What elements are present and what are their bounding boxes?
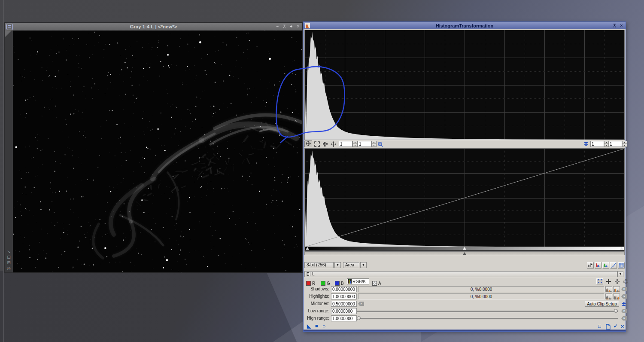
shadows-clip-icon[interactable] bbox=[605, 286, 612, 292]
chevron-down-icon[interactable]: ▼ bbox=[617, 271, 623, 277]
shade-button[interactable]: ⊼ bbox=[612, 23, 617, 29]
track-view-icon[interactable]: ✓ bbox=[614, 323, 618, 329]
blue-swatch-icon bbox=[335, 281, 340, 286]
low-range-slider[interactable] bbox=[357, 311, 618, 312]
chevron-down-icon[interactable]: ▼ bbox=[334, 262, 341, 268]
image-view-veil-nebula[interactable] bbox=[13, 31, 302, 272]
red-swatch-icon bbox=[306, 281, 311, 286]
spin-down-button[interactable]: ▼ bbox=[371, 144, 377, 147]
highlights-input[interactable] bbox=[331, 293, 357, 299]
shadow-highlight-gradient-bar[interactable] bbox=[305, 247, 624, 250]
source-histogram-panel[interactable] bbox=[304, 30, 625, 140]
spin-up-button[interactable]: ▲ bbox=[622, 141, 627, 144]
spin-down-button[interactable]: ▼ bbox=[622, 144, 627, 147]
target-histogram-panel[interactable] bbox=[304, 148, 625, 251]
auto-clip-setup-button[interactable]: Auto Clip Setup bbox=[585, 301, 619, 307]
high-range-slider[interactable] bbox=[357, 318, 618, 319]
pixinsight-desktop: { "desktop": { "base_color": "#47474b", … bbox=[0, 0, 644, 342]
zoom-magnifier-icon[interactable] bbox=[377, 141, 384, 147]
horizontal-zoom-spin: ▲▼ bbox=[339, 141, 358, 147]
dialog-titlebar[interactable]: HistogramTransformation ⊼ × bbox=[304, 22, 626, 29]
view-selector-strip: ↘ ⊡ ⊞ ◎ bbox=[5, 31, 13, 272]
show-overlay-icon[interactable] bbox=[602, 262, 609, 269]
show-raw-rgb-icon[interactable] bbox=[595, 262, 601, 269]
reset-dialog-icon[interactable]: × bbox=[621, 323, 624, 330]
high-range-input[interactable] bbox=[331, 315, 357, 321]
highlights-marker[interactable] bbox=[620, 247, 623, 250]
realtime-preview-icon[interactable]: ○ bbox=[322, 323, 325, 329]
show-curve-icon[interactable] bbox=[610, 262, 617, 269]
high-range-thumb[interactable] bbox=[357, 316, 361, 320]
chevron-down-icon[interactable]: ▼ bbox=[360, 262, 367, 268]
toggle-log-icon[interactable] bbox=[587, 262, 594, 269]
plot-mode-value: Area bbox=[343, 262, 359, 268]
zoom-button[interactable]: + bbox=[289, 24, 294, 30]
expand-panel-icon[interactable] bbox=[621, 302, 626, 306]
view-selector-row: L ▼ bbox=[304, 271, 626, 278]
reset-icon[interactable]: × bbox=[621, 294, 627, 299]
zoom-in-mode-icon[interactable] bbox=[313, 141, 321, 147]
spin-up-button[interactable]: ▲ bbox=[371, 141, 377, 144]
shade-button[interactable]: ⊼ bbox=[282, 24, 287, 30]
close-button[interactable]: × bbox=[295, 24, 301, 30]
dialog-bottom-edge bbox=[304, 330, 626, 331]
corner-fold[interactable] bbox=[5, 31, 12, 37]
center-icon[interactable]: ◎ bbox=[7, 266, 11, 271]
reset-icon[interactable]: × bbox=[621, 309, 627, 313]
histogram-icon bbox=[305, 23, 310, 28]
cross3-icon[interactable] bbox=[622, 279, 629, 284]
image-window-title: Gray 1:4 L | <*new*> bbox=[5, 24, 302, 29]
channel-rgbk-toggle[interactable]: RGB/K bbox=[347, 278, 369, 284]
low-range-input[interactable] bbox=[331, 308, 357, 314]
plot-mode-combo[interactable]: Area ▼ bbox=[343, 262, 367, 268]
pick-mode-icon[interactable] bbox=[596, 278, 603, 284]
reset-icon[interactable]: × bbox=[621, 287, 627, 291]
pan-mode-icon[interactable] bbox=[330, 141, 337, 147]
reset-icon[interactable]: × bbox=[358, 302, 364, 306]
dialog-title: HistogramTransformation bbox=[304, 23, 626, 28]
spin-up-button[interactable]: ▲ bbox=[352, 141, 358, 144]
output-vertical-zoom-input[interactable] bbox=[608, 141, 622, 147]
reset-icon[interactable]: × bbox=[621, 316, 627, 321]
midtones-balance-marker[interactable] bbox=[463, 252, 466, 255]
close-button[interactable]: × bbox=[619, 23, 624, 29]
highlights-clip2-icon[interactable] bbox=[613, 293, 620, 299]
pointer-icon[interactable]: ↘ bbox=[7, 249, 10, 254]
low-range-thumb[interactable] bbox=[614, 309, 618, 313]
resolution-combo[interactable]: 8-bit (256) ▼ bbox=[304, 262, 341, 268]
low-range-row: Low range: × bbox=[304, 308, 626, 315]
horizontal-zoom-input[interactable] bbox=[339, 141, 352, 147]
high-range-row: High range: × bbox=[304, 315, 626, 322]
zoom-out-mode-icon[interactable] bbox=[322, 141, 329, 147]
show-grid-icon[interactable] bbox=[618, 262, 625, 269]
shadows-input[interactable] bbox=[331, 286, 357, 292]
view-selector-combo[interactable]: L ▼ bbox=[304, 271, 625, 277]
output-horizontal-zoom-spin: ▲▼ bbox=[590, 141, 609, 147]
spin-down-button[interactable]: ▼ bbox=[352, 144, 358, 147]
vertical-zoom-spin: ▲▼ bbox=[358, 141, 377, 147]
new-instance-icon[interactable]: ◣ bbox=[307, 323, 311, 329]
selection-icon[interactable]: ⊡ bbox=[7, 255, 10, 260]
readout-mode-button[interactable] bbox=[304, 140, 312, 147]
layers-icon[interactable]: ⊞ bbox=[7, 260, 10, 265]
midtones-marker[interactable] bbox=[463, 247, 466, 250]
shadows-clip2-icon[interactable] bbox=[613, 286, 620, 292]
image-window-icon[interactable] bbox=[6, 24, 13, 30]
midtones-input[interactable] bbox=[331, 301, 357, 307]
collapse-panel-icon[interactable] bbox=[583, 142, 589, 146]
low-range-label: Low range: bbox=[304, 308, 329, 313]
browse-doc-icon[interactable]: □ bbox=[598, 323, 601, 329]
image-window-titlebar[interactable]: Gray 1:4 L | <*new*> − ⊼ + × bbox=[5, 23, 302, 31]
cross2-icon[interactable] bbox=[614, 279, 620, 284]
iconize-button[interactable]: − bbox=[275, 24, 280, 30]
shadows-marker[interactable] bbox=[306, 247, 309, 250]
output-horizontal-zoom-input[interactable] bbox=[590, 141, 604, 147]
workspace-divider bbox=[3, 0, 4, 342]
highlights-clip-icon[interactable] bbox=[605, 293, 612, 299]
midtones-balance-strip[interactable] bbox=[304, 251, 625, 255]
apply-icon[interactable]: ■ bbox=[315, 323, 318, 328]
display-options-row: 8-bit (256) ▼ Area ▼ bbox=[304, 262, 626, 269]
vertical-zoom-input[interactable] bbox=[358, 141, 371, 147]
cross1-icon[interactable] bbox=[605, 279, 612, 284]
histogram-toolbar: ▲▼ ▲▼ ▲▼ ▲▼ bbox=[304, 140, 626, 148]
